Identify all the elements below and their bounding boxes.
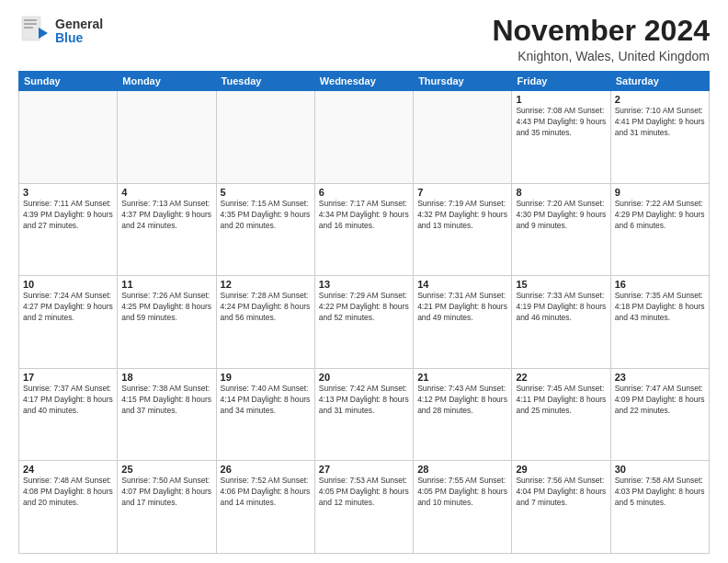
calendar-cell-w1-d6: 2Sunrise: 7:10 AM Sunset: 4:41 PM Daylig… bbox=[610, 91, 709, 184]
day-number-25: 25 bbox=[121, 464, 211, 475]
day-number-23: 23 bbox=[615, 372, 705, 383]
day-info-29: Sunrise: 7:56 AM Sunset: 4:04 PM Dayligh… bbox=[516, 476, 606, 509]
day-info-7: Sunrise: 7:19 AM Sunset: 4:32 PM Dayligh… bbox=[417, 199, 507, 232]
day-info-28: Sunrise: 7:55 AM Sunset: 4:05 PM Dayligh… bbox=[417, 476, 507, 509]
header-thursday: Thursday bbox=[414, 72, 512, 91]
day-info-5: Sunrise: 7:15 AM Sunset: 4:35 PM Dayligh… bbox=[221, 199, 311, 232]
day-info-13: Sunrise: 7:29 AM Sunset: 4:22 PM Dayligh… bbox=[319, 291, 409, 324]
day-info-17: Sunrise: 7:37 AM Sunset: 4:17 PM Dayligh… bbox=[23, 384, 113, 417]
calendar-cell-w1-d2 bbox=[216, 91, 314, 184]
calendar-cell-w5-d1: 25Sunrise: 7:50 AM Sunset: 4:07 PM Dayli… bbox=[118, 461, 216, 554]
day-number-10: 10 bbox=[23, 279, 113, 290]
day-info-24: Sunrise: 7:48 AM Sunset: 4:08 PM Dayligh… bbox=[23, 476, 113, 509]
day-info-25: Sunrise: 7:50 AM Sunset: 4:07 PM Dayligh… bbox=[121, 476, 211, 509]
calendar-cell-w4-d3: 20Sunrise: 7:42 AM Sunset: 4:13 PM Dayli… bbox=[314, 368, 413, 461]
day-number-13: 13 bbox=[319, 279, 409, 290]
logo-icon bbox=[18, 15, 51, 48]
day-number-2: 2 bbox=[615, 94, 705, 105]
calendar-table: Sunday Monday Tuesday Wednesday Thursday… bbox=[18, 71, 710, 554]
day-info-27: Sunrise: 7:53 AM Sunset: 4:05 PM Dayligh… bbox=[319, 476, 409, 509]
day-info-9: Sunrise: 7:22 AM Sunset: 4:29 PM Dayligh… bbox=[615, 199, 705, 232]
day-info-15: Sunrise: 7:33 AM Sunset: 4:19 PM Dayligh… bbox=[516, 291, 606, 324]
svg-rect-4 bbox=[24, 27, 33, 29]
day-info-14: Sunrise: 7:31 AM Sunset: 4:21 PM Dayligh… bbox=[417, 291, 507, 324]
calendar-cell-w4-d4: 21Sunrise: 7:43 AM Sunset: 4:12 PM Dayli… bbox=[414, 368, 512, 461]
calendar-cell-w3-d3: 13Sunrise: 7:29 AM Sunset: 4:22 PM Dayli… bbox=[314, 276, 413, 369]
header-wednesday: Wednesday bbox=[314, 72, 413, 91]
day-number-9: 9 bbox=[615, 187, 705, 198]
day-number-19: 19 bbox=[221, 372, 311, 383]
week-row-2: 3Sunrise: 7:11 AM Sunset: 4:39 PM Daylig… bbox=[19, 183, 710, 276]
day-info-2: Sunrise: 7:10 AM Sunset: 4:41 PM Dayligh… bbox=[615, 106, 705, 139]
day-number-18: 18 bbox=[121, 372, 211, 383]
day-number-12: 12 bbox=[221, 279, 311, 290]
calendar-cell-w5-d3: 27Sunrise: 7:53 AM Sunset: 4:05 PM Dayli… bbox=[314, 461, 413, 554]
calendar-cell-w4-d1: 18Sunrise: 7:38 AM Sunset: 4:15 PM Dayli… bbox=[118, 368, 216, 461]
day-info-3: Sunrise: 7:11 AM Sunset: 4:39 PM Dayligh… bbox=[23, 199, 113, 232]
calendar-cell-w1-d0 bbox=[19, 91, 118, 184]
week-row-5: 24Sunrise: 7:48 AM Sunset: 4:08 PM Dayli… bbox=[19, 461, 710, 554]
calendar-cell-w1-d1 bbox=[118, 91, 216, 184]
day-number-3: 3 bbox=[23, 187, 113, 198]
header-tuesday: Tuesday bbox=[216, 72, 314, 91]
calendar-cell-w2-d6: 9Sunrise: 7:22 AM Sunset: 4:29 PM Daylig… bbox=[610, 183, 709, 276]
calendar-cell-w4-d2: 19Sunrise: 7:40 AM Sunset: 4:14 PM Dayli… bbox=[216, 368, 314, 461]
day-number-15: 15 bbox=[516, 279, 606, 290]
svg-rect-3 bbox=[24, 23, 37, 25]
day-number-27: 27 bbox=[319, 464, 409, 475]
day-info-12: Sunrise: 7:28 AM Sunset: 4:24 PM Dayligh… bbox=[221, 291, 311, 324]
svg-rect-2 bbox=[24, 19, 37, 21]
day-number-6: 6 bbox=[319, 187, 409, 198]
header: General Blue November 2024 Knighton, Wal… bbox=[18, 15, 710, 63]
day-info-16: Sunrise: 7:35 AM Sunset: 4:18 PM Dayligh… bbox=[615, 291, 705, 324]
day-number-26: 26 bbox=[221, 464, 311, 475]
calendar-cell-w4-d5: 22Sunrise: 7:45 AM Sunset: 4:11 PM Dayli… bbox=[512, 368, 610, 461]
header-friday: Friday bbox=[512, 72, 610, 91]
weekday-header-row: Sunday Monday Tuesday Wednesday Thursday… bbox=[19, 72, 710, 91]
calendar-cell-w2-d3: 6Sunrise: 7:17 AM Sunset: 4:34 PM Daylig… bbox=[314, 183, 413, 276]
header-monday: Monday bbox=[118, 72, 216, 91]
day-info-10: Sunrise: 7:24 AM Sunset: 4:27 PM Dayligh… bbox=[23, 291, 113, 324]
logo: General Blue bbox=[18, 15, 103, 48]
day-info-22: Sunrise: 7:45 AM Sunset: 4:11 PM Dayligh… bbox=[516, 384, 606, 417]
day-number-7: 7 bbox=[417, 187, 507, 198]
day-info-18: Sunrise: 7:38 AM Sunset: 4:15 PM Dayligh… bbox=[121, 384, 211, 417]
day-number-22: 22 bbox=[516, 372, 606, 383]
logo-text: General Blue bbox=[55, 17, 103, 46]
week-row-4: 17Sunrise: 7:37 AM Sunset: 4:17 PM Dayli… bbox=[19, 368, 710, 461]
location-subtitle: Knighton, Wales, United Kingdom bbox=[492, 49, 710, 63]
calendar-cell-w3-d0: 10Sunrise: 7:24 AM Sunset: 4:27 PM Dayli… bbox=[19, 276, 118, 369]
calendar-cell-w3-d6: 16Sunrise: 7:35 AM Sunset: 4:18 PM Dayli… bbox=[610, 276, 709, 369]
day-number-24: 24 bbox=[23, 464, 113, 475]
day-info-23: Sunrise: 7:47 AM Sunset: 4:09 PM Dayligh… bbox=[615, 384, 705, 417]
calendar-cell-w1-d5: 1Sunrise: 7:08 AM Sunset: 4:43 PM Daylig… bbox=[512, 91, 610, 184]
calendar-cell-w3-d2: 12Sunrise: 7:28 AM Sunset: 4:24 PM Dayli… bbox=[216, 276, 314, 369]
calendar-cell-w2-d4: 7Sunrise: 7:19 AM Sunset: 4:32 PM Daylig… bbox=[414, 183, 512, 276]
day-info-20: Sunrise: 7:42 AM Sunset: 4:13 PM Dayligh… bbox=[319, 384, 409, 417]
day-info-30: Sunrise: 7:58 AM Sunset: 4:03 PM Dayligh… bbox=[615, 476, 705, 509]
day-number-16: 16 bbox=[615, 279, 705, 290]
calendar-cell-w5-d2: 26Sunrise: 7:52 AM Sunset: 4:06 PM Dayli… bbox=[216, 461, 314, 554]
calendar-cell-w2-d2: 5Sunrise: 7:15 AM Sunset: 4:35 PM Daylig… bbox=[216, 183, 314, 276]
day-info-1: Sunrise: 7:08 AM Sunset: 4:43 PM Dayligh… bbox=[516, 106, 606, 139]
calendar-cell-w5-d6: 30Sunrise: 7:58 AM Sunset: 4:03 PM Dayli… bbox=[610, 461, 709, 554]
day-info-6: Sunrise: 7:17 AM Sunset: 4:34 PM Dayligh… bbox=[319, 199, 409, 232]
calendar-cell-w1-d4 bbox=[414, 91, 512, 184]
month-title: November 2024 bbox=[492, 15, 710, 47]
title-block: November 2024 Knighton, Wales, United Ki… bbox=[492, 15, 710, 63]
page: General Blue November 2024 Knighton, Wal… bbox=[0, 0, 728, 563]
calendar-cell-w4-d6: 23Sunrise: 7:47 AM Sunset: 4:09 PM Dayli… bbox=[610, 368, 709, 461]
day-info-11: Sunrise: 7:26 AM Sunset: 4:25 PM Dayligh… bbox=[121, 291, 211, 324]
day-number-29: 29 bbox=[516, 464, 606, 475]
calendar-cell-w4-d0: 17Sunrise: 7:37 AM Sunset: 4:17 PM Dayli… bbox=[19, 368, 118, 461]
day-info-21: Sunrise: 7:43 AM Sunset: 4:12 PM Dayligh… bbox=[417, 384, 507, 417]
day-number-17: 17 bbox=[23, 372, 113, 383]
logo-general-text: General bbox=[55, 17, 103, 31]
week-row-1: 1Sunrise: 7:08 AM Sunset: 4:43 PM Daylig… bbox=[19, 91, 710, 184]
day-info-19: Sunrise: 7:40 AM Sunset: 4:14 PM Dayligh… bbox=[221, 384, 311, 417]
calendar-cell-w3-d4: 14Sunrise: 7:31 AM Sunset: 4:21 PM Dayli… bbox=[414, 276, 512, 369]
calendar-cell-w5-d5: 29Sunrise: 7:56 AM Sunset: 4:04 PM Dayli… bbox=[512, 461, 610, 554]
day-number-1: 1 bbox=[516, 94, 606, 105]
calendar-cell-w1-d3 bbox=[314, 91, 413, 184]
day-number-14: 14 bbox=[417, 279, 507, 290]
